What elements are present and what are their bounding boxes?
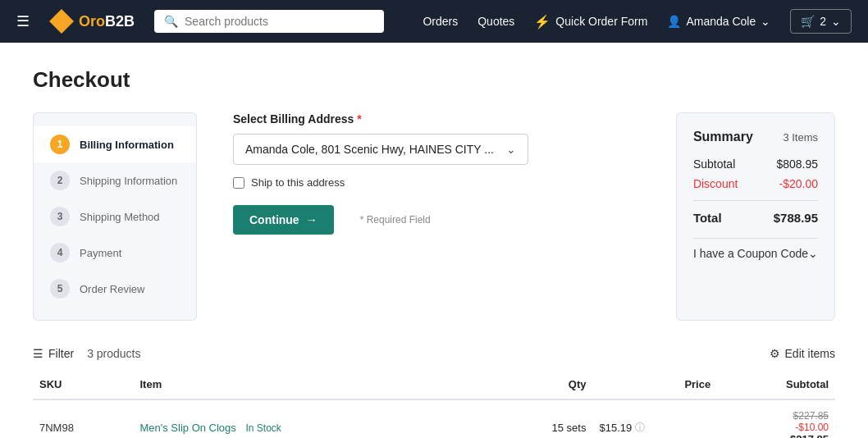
user-icon: 👤: [667, 15, 681, 28]
quick-order-label: Quick Order Form: [555, 15, 647, 28]
user-menu[interactable]: 👤 Amanda Cole ⌄: [667, 15, 770, 28]
summary-discount-row: Discount -$20.00: [693, 177, 818, 190]
col-price: Price: [592, 370, 717, 399]
step-label-2: Shipping Method: [80, 211, 160, 223]
nav-orders[interactable]: Orders: [423, 15, 458, 28]
step-item-0[interactable]: 1 Billing Information: [34, 126, 196, 162]
logo-text: OroB2B: [79, 13, 135, 30]
cart-chevron-icon: ⌄: [831, 15, 841, 28]
cart-count: 2: [820, 15, 826, 28]
total-label: Total: [693, 211, 722, 225]
quick-order-form[interactable]: ⚡ Quick Order Form: [534, 14, 647, 30]
subtotal-value: $808.95: [776, 157, 818, 171]
continue-arrow-icon: →: [306, 213, 318, 226]
summary-divider: [693, 200, 818, 201]
col-qty: Qty: [492, 370, 592, 399]
subtotal-label: Subtotal: [693, 157, 735, 171]
cart-button[interactable]: 🛒 2 ⌄: [790, 9, 852, 34]
step-label-0: Billing Information: [80, 139, 174, 151]
qty-cell-0: 15 sets: [492, 399, 592, 438]
logo[interactable]: OroB2B: [49, 9, 135, 34]
address-chevron-icon: ⌄: [506, 143, 516, 156]
billing-form: Select Billing Address * Amanda Cole, 80…: [217, 112, 656, 321]
coupon-label: I have a Coupon Code: [693, 247, 808, 260]
col-item: Item: [133, 370, 492, 399]
step-item-4[interactable]: 5 Order Review: [34, 271, 196, 307]
summary-total-row: Total $788.95: [693, 211, 818, 225]
continue-button[interactable]: Continue →: [233, 205, 334, 235]
total-value: $788.95: [774, 211, 818, 225]
step-label-1: Shipping Information: [80, 175, 177, 187]
table-header-row: SKU Item Qty Price Subtotal: [33, 370, 835, 399]
checkout-layout: 1 Billing Information 2 Shipping Informa…: [33, 112, 835, 321]
user-name: Amanda Cole: [686, 15, 756, 28]
user-chevron-icon: ⌄: [761, 15, 770, 28]
products-section: ☰ Filter 3 products ⚙ Edit items SKU Ite…: [33, 347, 835, 438]
lightning-icon: ⚡: [534, 14, 550, 30]
continue-row: Continue → * Required Field: [233, 205, 656, 235]
search-input[interactable]: [185, 15, 374, 28]
price-cell-0: $15.19 ⓘ: [592, 399, 717, 438]
products-table: SKU Item Qty Price Subtotal 7NM98 Men's …: [33, 370, 835, 438]
discount-label: Discount: [693, 177, 738, 190]
coupon-row[interactable]: I have a Coupon Code ⌄: [693, 238, 818, 268]
address-select[interactable]: Amanda Cole, 801 Scenic Hwy, HAINES CITY…: [233, 134, 528, 165]
steps-panel: 1 Billing Information 2 Shipping Informa…: [33, 112, 197, 321]
step-item-1[interactable]: 2 Shipping Information: [34, 162, 196, 198]
summary-subtotal-row: Subtotal $808.95: [693, 157, 818, 171]
logo-icon: [49, 9, 74, 34]
subtotal-cell-0: $227.85 -$10.00 $217.85: [717, 399, 835, 438]
coupon-chevron-icon: ⌄: [808, 247, 818, 260]
required-note: * Required Field: [360, 214, 431, 226]
search-icon: 🔍: [164, 15, 178, 28]
step-item-3[interactable]: 4 Payment: [34, 235, 196, 271]
price-value-0: $15.19: [599, 422, 632, 434]
subtotal-final-0: $217.85: [724, 433, 829, 438]
filter-icon: ☰: [33, 347, 43, 360]
ship-to-address-row: Ship to this address: [233, 176, 656, 189]
nav-links: Orders Quotes ⚡ Quick Order Form 👤 Amand…: [423, 9, 852, 34]
billing-address-label: Select Billing Address *: [233, 112, 656, 125]
col-subtotal: Subtotal: [717, 370, 835, 399]
products-count: 3 products: [87, 347, 140, 360]
products-toolbar: ☰ Filter 3 products ⚙ Edit items: [33, 347, 835, 360]
edit-items-button[interactable]: ⚙ Edit items: [770, 347, 835, 360]
price-info-icon-0[interactable]: ⓘ: [635, 421, 645, 435]
step-number-4: 5: [50, 279, 70, 299]
step-number-1: 2: [50, 171, 70, 190]
edit-items-label: Edit items: [785, 347, 835, 360]
filter-button[interactable]: ☰ Filter: [33, 347, 74, 360]
item-cell: Men's Slip On Clogs In Stock: [133, 399, 492, 438]
sku-cell: 7NM98: [33, 399, 133, 438]
search-bar: 🔍: [154, 10, 384, 33]
item-link-0[interactable]: Men's Slip On Clogs: [139, 422, 235, 434]
table-row: 7NM98 Men's Slip On Clogs In Stock 15 se…: [33, 399, 835, 438]
summary-panel: Summary 3 Items Subtotal $808.95 Discoun…: [676, 112, 835, 321]
page-content: Checkout 1 Billing Information 2 Shippin…: [0, 43, 868, 438]
continue-label: Continue: [249, 213, 299, 226]
summary-items-count: 3 Items: [783, 131, 818, 144]
hamburger-icon[interactable]: ☰: [16, 12, 30, 30]
required-star: *: [357, 112, 361, 125]
subtotal-original-0: $227.85: [724, 410, 829, 422]
summary-title: Summary: [693, 130, 753, 144]
page-title: Checkout: [33, 67, 835, 93]
gear-icon: ⚙: [770, 347, 780, 360]
address-value: Amanda Cole, 801 Scenic Hwy, HAINES CITY…: [245, 143, 494, 156]
navbar: ☰ OroB2B 🔍 Orders Quotes ⚡ Quick Order F…: [0, 0, 868, 43]
col-sku: SKU: [33, 370, 133, 399]
step-number-3: 4: [50, 243, 70, 262]
cart-icon: 🛒: [801, 15, 815, 28]
in-stock-badge-0: In Stock: [245, 422, 281, 434]
discount-value: -$20.00: [779, 177, 818, 190]
step-number-0: 1: [50, 135, 70, 154]
filter-label: Filter: [48, 347, 74, 360]
nav-quotes[interactable]: Quotes: [477, 15, 514, 28]
step-label-4: Order Review: [80, 283, 144, 295]
summary-header: Summary 3 Items: [693, 130, 818, 144]
step-item-2[interactable]: 3 Shipping Method: [34, 198, 196, 235]
subtotal-discount-0: -$10.00: [724, 422, 829, 433]
ship-to-address-checkbox[interactable]: [233, 177, 244, 189]
step-label-3: Payment: [80, 247, 121, 259]
ship-to-address-label: Ship to this address: [251, 176, 345, 189]
